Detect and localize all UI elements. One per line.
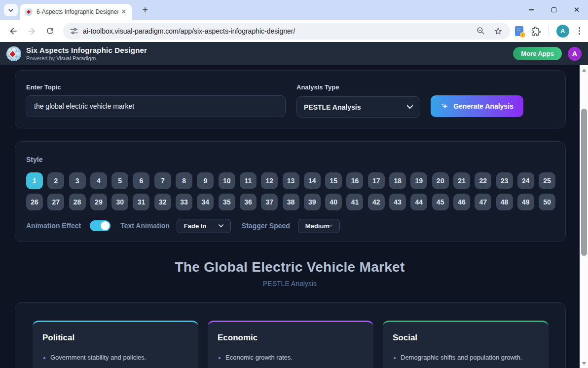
style-button-21[interactable]: 21 <box>453 172 470 189</box>
scrollbar-thumb[interactable] <box>581 109 587 256</box>
animation-effect-toggle[interactable] <box>90 220 110 231</box>
style-button-45[interactable]: 45 <box>432 194 449 210</box>
style-button-8[interactable]: 8 <box>176 172 192 189</box>
style-button-32[interactable]: 32 <box>154 194 171 210</box>
scrollbar-up-button[interactable] <box>580 66 588 74</box>
tab-search-button[interactable] <box>4 4 18 16</box>
app-title: Six Aspects Infographic Designer <box>26 46 147 54</box>
card-item-text: Government stability and policies. <box>50 354 146 361</box>
style-button-44[interactable]: 44 <box>410 194 427 210</box>
style-button-16[interactable]: 16 <box>346 172 363 189</box>
style-button-49[interactable]: 49 <box>517 194 534 210</box>
style-button-36[interactable]: 36 <box>240 194 257 210</box>
style-button-12[interactable]: 12 <box>261 172 278 189</box>
reload-button[interactable] <box>44 25 56 37</box>
style-button-41[interactable]: 41 <box>346 194 363 210</box>
card-title: Economic <box>218 333 364 343</box>
style-button-15[interactable]: 15 <box>325 172 342 189</box>
extensions-puzzle-icon[interactable] <box>531 26 541 36</box>
style-button-9[interactable]: 9 <box>197 172 214 189</box>
chevron-down-icon <box>8 7 14 13</box>
style-button-37[interactable]: 37 <box>261 194 278 210</box>
browser-profile-avatar[interactable]: A <box>556 25 569 38</box>
cards-row: PoliticalGovernment stability and polici… <box>33 321 549 368</box>
browser-menu-icon[interactable] <box>577 25 582 37</box>
style-button-48[interactable]: 48 <box>496 194 513 210</box>
style-button-26[interactable]: 26 <box>26 194 43 210</box>
topic-input[interactable] <box>26 95 286 117</box>
style-button-27[interactable]: 27 <box>47 194 64 210</box>
zoom-indicator-icon[interactable] <box>476 26 485 36</box>
text-animation-select[interactable]: Fade In <box>177 219 231 233</box>
style-button-33[interactable]: 33 <box>176 194 192 210</box>
analysis-type-select[interactable]: PESTLE Analysis <box>296 96 420 118</box>
style-button-30[interactable]: 30 <box>111 194 128 210</box>
close-icon: ✕ <box>574 5 580 14</box>
browser-tab[interactable]: 6-Aspects Infographic Designer ✕ <box>20 4 132 20</box>
back-button[interactable] <box>7 25 19 37</box>
forward-button[interactable] <box>26 25 37 37</box>
style-button-34[interactable]: 34 <box>197 194 214 210</box>
close-button[interactable]: ✕ <box>565 0 588 20</box>
style-button-22[interactable]: 22 <box>475 172 491 189</box>
style-button-17[interactable]: 17 <box>368 172 385 189</box>
scrollbar-down-button[interactable] <box>580 359 588 368</box>
document-download-icon[interactable]: ↓ <box>515 26 523 36</box>
style-button-6[interactable]: 6 <box>133 172 149 189</box>
style-button-50[interactable]: 50 <box>539 194 555 210</box>
reload-icon <box>45 26 55 36</box>
style-button-35[interactable]: 35 <box>219 194 235 210</box>
style-button-2[interactable]: 2 <box>47 172 64 189</box>
style-label: Style <box>26 156 42 164</box>
style-button-20[interactable]: 20 <box>432 172 449 189</box>
site-settings-icon <box>70 27 78 35</box>
maximize-button[interactable] <box>543 0 565 20</box>
style-button-24[interactable]: 24 <box>517 172 534 189</box>
style-button-39[interactable]: 39 <box>304 194 321 210</box>
style-button-10[interactable]: 10 <box>219 172 235 189</box>
user-avatar[interactable]: A <box>568 47 582 61</box>
style-button-4[interactable]: 4 <box>90 172 107 189</box>
style-button-38[interactable]: 38 <box>283 194 299 210</box>
style-button-46[interactable]: 46 <box>453 194 470 210</box>
style-button-47[interactable]: 47 <box>475 194 491 210</box>
new-tab-button[interactable]: + <box>140 5 150 16</box>
style-button-11[interactable]: 11 <box>240 172 257 189</box>
card-title: Political <box>42 333 188 343</box>
generate-analysis-button[interactable]: Generate Analysis <box>431 95 523 117</box>
animation-effect-label: Animation Effect <box>26 222 81 230</box>
style-button-42[interactable]: 42 <box>368 194 385 210</box>
style-button-23[interactable]: 23 <box>496 172 513 189</box>
style-button-14[interactable]: 14 <box>304 172 321 189</box>
style-button-7[interactable]: 7 <box>154 172 171 189</box>
tab-close-icon[interactable]: ✕ <box>119 7 128 16</box>
card-list: Demographic shifts and population growth… <box>393 354 539 361</box>
style-button-40[interactable]: 40 <box>325 194 342 210</box>
result-title: The Global Electric Vehicle Market <box>0 259 580 275</box>
visual-paradigm-link[interactable]: Visual Paradigm <box>56 55 96 61</box>
sparkle-icon <box>441 102 449 111</box>
site-favicon-icon <box>25 8 33 16</box>
url-bar[interactable]: ai-toolbox.visual-paradigm.com/app/six-a… <box>63 23 510 40</box>
style-button-31[interactable]: 31 <box>133 194 149 210</box>
more-apps-button[interactable]: More Apps <box>513 47 562 60</box>
style-button-3[interactable]: 3 <box>69 172 86 189</box>
style-button-1[interactable]: 1 <box>26 172 43 189</box>
style-button-43[interactable]: 43 <box>389 194 406 210</box>
style-button-18[interactable]: 18 <box>389 172 406 189</box>
style-button-13[interactable]: 13 <box>283 172 299 189</box>
card-bullet-item: Demographic shifts and population growth… <box>393 354 539 361</box>
toolbar-divider <box>549 26 549 36</box>
toggle-knob <box>101 221 110 230</box>
bookmark-star-icon[interactable] <box>493 26 503 36</box>
card-bullet-item: Economic growth rates. <box>218 354 364 361</box>
style-button-5[interactable]: 5 <box>111 172 128 189</box>
style-button-28[interactable]: 28 <box>69 194 86 210</box>
minimize-button[interactable] <box>520 0 543 20</box>
stagger-speed-select[interactable]: Medium <box>298 219 340 233</box>
card-item-text: Demographic shifts and population growth… <box>401 354 522 361</box>
style-button-29[interactable]: 29 <box>90 194 107 210</box>
style-button-25[interactable]: 25 <box>539 172 555 189</box>
forward-arrow-icon <box>27 26 37 36</box>
style-button-19[interactable]: 19 <box>410 172 427 189</box>
